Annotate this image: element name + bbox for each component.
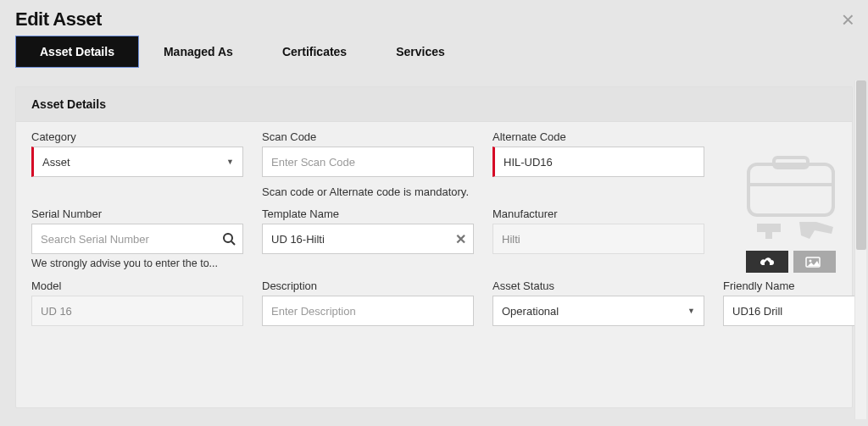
serial-number-helper: We strongly advise you to enter the to..…: [31, 257, 243, 269]
field-friendly-name: Friendly Name: [723, 279, 859, 326]
field-model: Model UD 16: [31, 279, 243, 326]
asset-status-value: Operational: [502, 305, 559, 318]
manufacturer-value: Hilti: [502, 233, 520, 246]
alternate-code-input-wrap: [492, 147, 704, 177]
field-category: Category Asset: [31, 130, 243, 177]
modal-title: Edit Asset: [15, 8, 102, 30]
friendly-name-input-wrap: [723, 296, 859, 326]
serial-number-input[interactable]: [41, 224, 234, 253]
scan-code-hint: Scan code or Alternate code is mandatory…: [262, 185, 704, 198]
clear-template-icon[interactable]: ✕: [455, 231, 466, 247]
remove-image-button[interactable]: [793, 251, 836, 273]
label-category: Category: [31, 130, 243, 143]
search-icon[interactable]: [222, 232, 236, 246]
scrollbar[interactable]: [854, 80, 866, 419]
field-serial-number: Serial Number We strongly advise you to …: [31, 207, 243, 269]
label-serial-number: Serial Number: [31, 207, 243, 220]
svg-point-4: [810, 260, 812, 263]
tab-services[interactable]: Services: [371, 36, 470, 68]
field-manufacturer: Manufacturer Hilti: [492, 207, 704, 254]
asset-details-panel: Asset Details Category Asset Scan Code A…: [15, 86, 853, 408]
asset-image-column: [723, 130, 859, 273]
friendly-name-input[interactable]: [732, 296, 849, 325]
form-grid: Category Asset Scan Code Alternate Code: [16, 122, 852, 326]
template-name-input[interactable]: [271, 224, 465, 253]
image-delete-icon: [805, 256, 824, 268]
alternate-code-input[interactable]: [504, 147, 695, 176]
upload-cloud-icon: [760, 256, 775, 268]
scan-code-input[interactable]: [271, 147, 465, 176]
label-model: Model: [31, 279, 243, 292]
description-input-wrap: [262, 296, 474, 326]
category-value: Asset: [42, 156, 70, 169]
upload-image-button[interactable]: [746, 251, 788, 273]
svg-rect-0: [748, 164, 833, 215]
model-input: UD 16: [31, 296, 243, 326]
tab-certificates[interactable]: Certificates: [258, 36, 371, 68]
modal-header: Edit Asset ×: [0, 0, 868, 36]
serial-number-input-wrap: [31, 224, 243, 254]
edit-asset-modal: Edit Asset × Asset Details Managed As Ce…: [0, 0, 868, 426]
field-alternate-code: Alternate Code: [492, 130, 704, 177]
label-description: Description: [262, 279, 474, 292]
category-select[interactable]: Asset: [31, 147, 243, 177]
label-manufacturer: Manufacturer: [492, 207, 704, 220]
label-asset-status: Asset Status: [492, 279, 704, 292]
label-template-name: Template Name: [262, 207, 474, 220]
close-icon[interactable]: ×: [842, 8, 854, 30]
label-friendly-name: Friendly Name: [723, 279, 859, 292]
section-title: Asset Details: [16, 87, 852, 122]
tab-managed-as[interactable]: Managed As: [139, 36, 258, 68]
image-action-row: [746, 251, 836, 273]
asset-status-select[interactable]: Operational: [492, 296, 704, 326]
scroll-thumb[interactable]: [856, 80, 866, 250]
svg-point-5: [224, 234, 232, 242]
manufacturer-input: Hilti: [492, 224, 704, 254]
asset-placeholder-image: [740, 156, 842, 241]
template-name-input-wrap: ✕: [262, 224, 474, 254]
tab-bar: Asset Details Managed As Certificates Se…: [0, 36, 868, 68]
field-asset-status: Asset Status Operational: [492, 279, 704, 326]
field-description: Description: [262, 279, 474, 326]
scan-code-input-wrap: [262, 147, 474, 177]
model-value: UD 16: [41, 305, 72, 318]
description-input[interactable]: [271, 296, 465, 325]
tab-asset-details[interactable]: Asset Details: [15, 36, 139, 68]
label-scan-code: Scan Code: [262, 130, 474, 143]
field-scan-code: Scan Code: [262, 130, 474, 177]
svg-line-6: [231, 241, 235, 245]
field-template-name: Template Name ✕: [262, 207, 474, 254]
label-alternate-code: Alternate Code: [492, 130, 704, 143]
